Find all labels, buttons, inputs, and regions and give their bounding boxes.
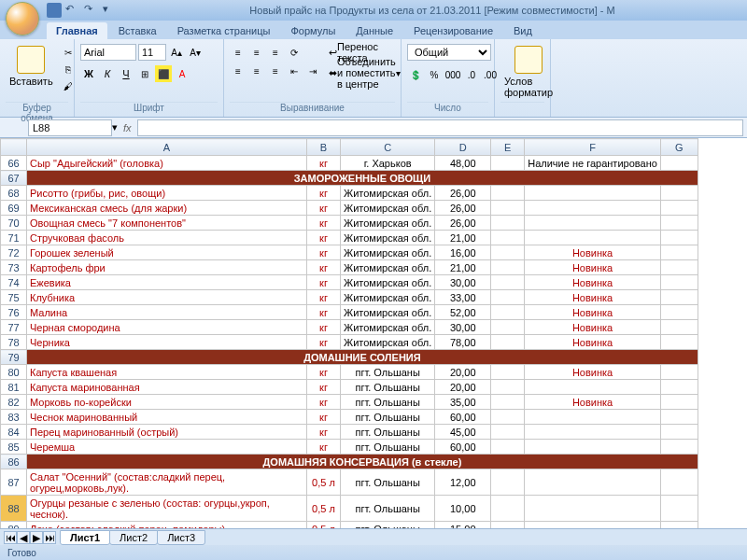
- cell[interactable]: Новинка: [525, 290, 661, 305]
- cell[interactable]: [525, 380, 661, 395]
- cell[interactable]: [660, 410, 698, 425]
- name-box[interactable]: [28, 119, 112, 136]
- cell[interactable]: 20,00: [435, 380, 491, 395]
- cell[interactable]: кг: [307, 260, 341, 275]
- cell[interactable]: [660, 496, 698, 522]
- cell[interactable]: Житомирская обл.: [341, 305, 435, 320]
- cell[interactable]: [660, 335, 698, 350]
- cell[interactable]: [660, 440, 698, 455]
- undo-icon[interactable]: ↶: [65, 3, 80, 18]
- border-icon[interactable]: ⊞: [136, 65, 153, 82]
- fx-icon[interactable]: fx: [123, 122, 132, 133]
- col-header-E[interactable]: E: [491, 139, 525, 156]
- cell[interactable]: [660, 201, 698, 216]
- cell[interactable]: 21,00: [435, 231, 491, 245]
- orientation-icon[interactable]: ⟳: [286, 44, 303, 61]
- row-header[interactable]: 85: [1, 440, 27, 455]
- cell[interactable]: Новинка: [525, 335, 661, 350]
- namebox-dropdown-icon[interactable]: ▾: [112, 121, 118, 133]
- row-header[interactable]: 82: [1, 395, 27, 410]
- cell[interactable]: 26,00: [435, 201, 491, 216]
- cell[interactable]: 60,00: [435, 440, 491, 455]
- cell[interactable]: Картофель фри: [27, 260, 307, 275]
- tab-formulas[interactable]: Формулы: [281, 22, 345, 39]
- cell[interactable]: 12,00: [435, 469, 491, 496]
- cell[interactable]: Житомирская обл.: [341, 216, 435, 231]
- cell[interactable]: [660, 365, 698, 380]
- cell[interactable]: кг: [307, 231, 341, 245]
- cell[interactable]: г. Харьков: [341, 156, 435, 171]
- tab-layout[interactable]: Разметка страницы: [168, 22, 280, 39]
- cell[interactable]: [525, 469, 661, 496]
- format-painter-icon[interactable]: 🖌: [60, 77, 77, 94]
- row-header[interactable]: 66: [1, 156, 27, 171]
- cell[interactable]: [660, 469, 698, 496]
- cell[interactable]: [525, 440, 661, 455]
- cell[interactable]: Сыр "Адыгейский" (головка): [27, 156, 307, 171]
- cell[interactable]: [525, 410, 661, 425]
- cell[interactable]: кг: [307, 305, 341, 320]
- cell[interactable]: [525, 425, 661, 440]
- cell[interactable]: [660, 380, 698, 395]
- cell[interactable]: 0,5 л: [307, 496, 341, 522]
- cell[interactable]: 10,00: [435, 496, 491, 522]
- row-header[interactable]: 88: [1, 496, 27, 522]
- row-header[interactable]: 71: [1, 231, 27, 245]
- cell[interactable]: кг: [307, 290, 341, 305]
- col-header-B[interactable]: B: [307, 139, 341, 156]
- row-header[interactable]: 70: [1, 216, 27, 231]
- cell[interactable]: Новинка: [525, 245, 661, 260]
- sheet-tab-2[interactable]: Лист2: [109, 530, 158, 545]
- cell[interactable]: 0,5 л: [307, 469, 341, 496]
- cell[interactable]: Перец маринованный (острый): [27, 425, 307, 440]
- cell[interactable]: 35,00: [435, 395, 491, 410]
- cell[interactable]: 30,00: [435, 320, 491, 335]
- row-header[interactable]: 81: [1, 380, 27, 395]
- conditional-format-button[interactable]: Условформатир: [500, 44, 557, 100]
- row-header[interactable]: 83: [1, 410, 27, 425]
- number-format-select[interactable]: Общий: [407, 44, 491, 61]
- cut-icon[interactable]: ✂: [60, 44, 77, 61]
- cell[interactable]: [491, 305, 525, 320]
- cell[interactable]: [491, 156, 525, 171]
- cell[interactable]: [491, 365, 525, 380]
- cell[interactable]: [491, 245, 525, 260]
- cell[interactable]: Житомирская обл.: [341, 245, 435, 260]
- cell[interactable]: Новинка: [525, 260, 661, 275]
- cell[interactable]: [491, 522, 525, 529]
- cell[interactable]: Житомирская обл.: [341, 290, 435, 305]
- cell[interactable]: 48,00: [435, 156, 491, 171]
- col-header-C[interactable]: C: [341, 139, 435, 156]
- cell[interactable]: 0,5 л: [307, 522, 341, 529]
- sheet-nav-next-icon[interactable]: ▶: [30, 531, 43, 544]
- row-header[interactable]: 73: [1, 260, 27, 275]
- row-header[interactable]: 74: [1, 275, 27, 290]
- tab-view[interactable]: Вид: [504, 22, 542, 39]
- cell[interactable]: 52,00: [435, 305, 491, 320]
- cell[interactable]: Житомирская обл.: [341, 231, 435, 245]
- cell[interactable]: пгт. Ольшаны: [341, 440, 435, 455]
- cell[interactable]: [525, 216, 661, 231]
- merge-center-button[interactable]: ⬌ Объединить и поместить в центре ▾: [324, 64, 405, 81]
- cell[interactable]: пгт. Ольшаны: [341, 425, 435, 440]
- formula-bar[interactable]: [137, 119, 743, 136]
- cell[interactable]: [660, 320, 698, 335]
- cell[interactable]: Новинка: [525, 305, 661, 320]
- cell[interactable]: пгт. Ольшаны: [341, 469, 435, 496]
- qat-more-icon[interactable]: ▾: [103, 3, 118, 18]
- cell[interactable]: кг: [307, 216, 341, 231]
- cell[interactable]: Житомирская обл.: [341, 186, 435, 201]
- cell[interactable]: [491, 380, 525, 395]
- currency-icon[interactable]: 💲: [407, 66, 424, 83]
- cell[interactable]: [660, 522, 698, 529]
- cell[interactable]: Лечо (состав: сладкий перец, помидоры).: [27, 522, 307, 529]
- cell[interactable]: Черника: [27, 335, 307, 350]
- cell[interactable]: Житомирская обл.: [341, 201, 435, 216]
- font-color-icon[interactable]: A: [174, 65, 190, 82]
- cell[interactable]: Огурцы резаные с зеленью (состав: огурцы…: [27, 496, 307, 522]
- cell[interactable]: кг: [307, 440, 341, 455]
- cell[interactable]: [525, 496, 661, 522]
- cell[interactable]: 33,00: [435, 290, 491, 305]
- row-header[interactable]: 79: [1, 350, 27, 365]
- row-header[interactable]: 68: [1, 186, 27, 201]
